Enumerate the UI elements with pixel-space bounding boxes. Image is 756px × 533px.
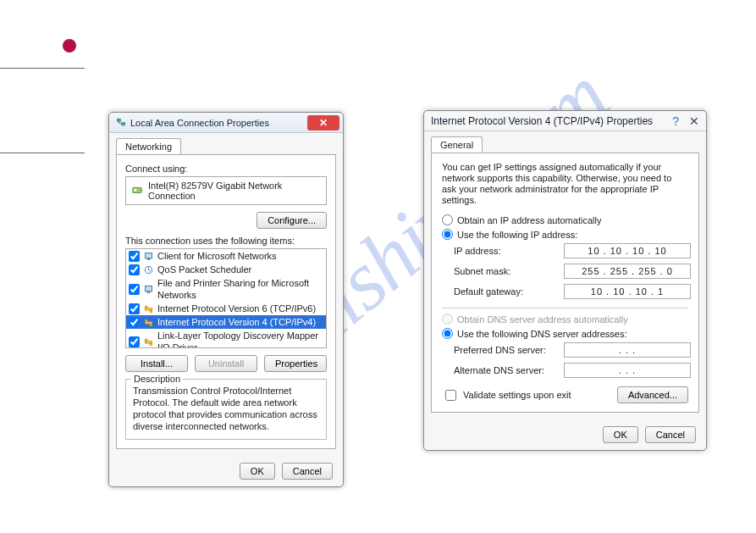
help-icon[interactable]: ?: [672, 114, 679, 128]
items-label: This connection uses the following items…: [125, 236, 327, 246]
adapter-icon: [131, 184, 143, 197]
network-icon: [116, 117, 126, 129]
radio-auto-dns-input: [442, 314, 453, 325]
tabs: Networking: [109, 133, 343, 154]
description-box: Description Transmission Control Protoco…: [125, 379, 327, 440]
radio-static-dns[interactable]: Use the following DNS server addresses:: [442, 328, 688, 339]
close-icon[interactable]: ✕: [689, 114, 699, 128]
client-icon: [143, 284, 154, 295]
cancel-button[interactable]: Cancel: [282, 463, 333, 480]
network-items-list[interactable]: Client for Microsoft NetworksQoS Packet …: [125, 248, 327, 348]
list-item[interactable]: Internet Protocol Version 4 (TCP/IPv4): [126, 315, 326, 329]
connect-using-label: Connect using:: [125, 164, 327, 174]
svg-rect-3: [135, 189, 137, 192]
window-title: Internet Protocol Version 4 (TCP/IPv4) P…: [431, 115, 653, 127]
svg-rect-2: [133, 187, 142, 192]
description-legend: Description: [131, 373, 183, 385]
default-gateway-label: Default gateway:: [454, 286, 564, 297]
item-checkbox[interactable]: [129, 303, 140, 314]
proto-icon: [143, 303, 154, 314]
install-button[interactable]: Install...: [125, 355, 188, 372]
connection-properties-dialog: Local Area Connection Properties ✕ Netwo…: [108, 112, 344, 487]
configure-button[interactable]: Configure...: [257, 212, 327, 229]
svg-rect-11: [150, 310, 152, 312]
titlebar: Internet Protocol Version 4 (TCP/IPv4) P…: [424, 111, 706, 131]
subnet-mask-field[interactable]: 255 . 255 . 255 . 0: [564, 264, 691, 279]
advanced-button[interactable]: Advanced...: [617, 386, 688, 403]
subnet-mask-label: Subnet mask:: [454, 266, 564, 276]
default-gateway-field[interactable]: 10 . 10 . 10 . 1: [564, 284, 691, 299]
tab-general[interactable]: General: [431, 136, 483, 153]
svg-rect-14: [150, 324, 152, 325]
item-label: Link-Layer Topology Discovery Mapper I/O…: [157, 330, 323, 348]
qos-icon: [143, 264, 154, 275]
adapter-name: Intel(R) 82579V Gigabit Network Connecti…: [148, 180, 321, 201]
ok-button[interactable]: OK: [603, 426, 638, 443]
list-item[interactable]: Link-Layer Topology Discovery Mapper I/O…: [126, 329, 326, 348]
tab-content: You can get IP settings assigned automat…: [431, 153, 699, 413]
svg-rect-7: [145, 286, 152, 291]
properties-button[interactable]: Properties: [264, 355, 327, 372]
item-label: Client for Microsoft Networks: [157, 250, 277, 262]
svg-rect-17: [150, 343, 152, 345]
alternate-dns-field[interactable]: . . .: [564, 363, 691, 378]
bullet-icon: [63, 39, 76, 53]
validate-checkbox-input[interactable]: [445, 390, 456, 401]
list-item[interactable]: Client for Microsoft Networks: [126, 249, 326, 263]
window-title: Local Area Connection Properties: [130, 118, 269, 128]
radio-auto-ip[interactable]: Obtain an IP address automatically: [442, 214, 688, 225]
item-checkbox[interactable]: [129, 251, 140, 262]
alternate-dns-label: Alternate DNS server:: [454, 365, 564, 375]
svg-rect-0: [118, 119, 121, 121]
radio-static-ip[interactable]: Use the following IP address:: [442, 229, 688, 240]
titlebar: Local Area Connection Properties ✕: [109, 113, 343, 133]
dialog-footer: OK Cancel: [109, 456, 343, 486]
intro-text: You can get IP settings assigned automat…: [442, 162, 688, 206]
svg-rect-16: [145, 339, 146, 341]
description-text: Transmission Control Protocol/Internet P…: [133, 386, 317, 431]
uninstall-button[interactable]: Uninstall: [195, 355, 257, 372]
item-checkbox[interactable]: [129, 336, 140, 347]
list-item[interactable]: File and Printer Sharing for Microsoft N…: [126, 276, 326, 302]
radio-auto-dns: Obtain DNS server address automatically: [442, 314, 688, 325]
divider: [442, 308, 688, 308]
ok-button[interactable]: OK: [240, 463, 275, 480]
divider: [0, 153, 85, 153]
item-label: File and Printer Sharing for Microsoft N…: [157, 277, 323, 301]
ip-address-label: IP address:: [454, 246, 564, 256]
dialog-footer: OK Cancel: [424, 419, 706, 450]
item-checkbox[interactable]: [129, 284, 140, 295]
item-checkbox[interactable]: [129, 264, 140, 275]
list-item[interactable]: Internet Protocol Version 6 (TCP/IPv6): [126, 302, 326, 315]
item-label: Internet Protocol Version 4 (TCP/IPv4): [157, 316, 316, 328]
preferred-dns-label: Preferred DNS server:: [454, 345, 564, 355]
item-checkbox[interactable]: [129, 317, 140, 328]
radio-static-dns-input[interactable]: [442, 328, 453, 339]
svg-rect-10: [145, 306, 146, 308]
divider: [0, 68, 85, 69]
validate-checkbox[interactable]: Validate settings upon exit: [442, 387, 571, 403]
svg-rect-8: [147, 291, 150, 292]
close-button[interactable]: ✕: [307, 115, 339, 130]
radio-auto-ip-input[interactable]: [442, 214, 453, 225]
preferred-dns-field[interactable]: . . .: [564, 342, 691, 358]
ipv4-properties-dialog: Internet Protocol Version 4 (TCP/IPv4) P…: [423, 110, 707, 451]
client-icon: [143, 251, 154, 262]
adapter-box[interactable]: Intel(R) 82579V Gigabit Network Connecti…: [125, 176, 327, 205]
item-label: Internet Protocol Version 6 (TCP/IPv6): [157, 303, 316, 314]
proto-icon: [143, 317, 154, 328]
item-label: QoS Packet Scheduler: [157, 264, 251, 275]
svg-rect-4: [145, 253, 152, 258]
svg-rect-1: [122, 122, 125, 125]
list-item[interactable]: QoS Packet Scheduler: [126, 263, 326, 276]
svg-rect-5: [147, 258, 150, 259]
tab-content: Connect using: Intel(R) 82579V Gigabit N…: [116, 154, 336, 449]
proto-icon: [143, 336, 154, 347]
ip-address-field[interactable]: 10 . 10 . 10 . 10: [564, 243, 691, 258]
cancel-button[interactable]: Cancel: [645, 426, 696, 443]
tab-networking[interactable]: Networking: [116, 138, 181, 154]
radio-static-ip-input[interactable]: [442, 229, 453, 240]
svg-rect-13: [145, 319, 146, 321]
tabs: General: [424, 131, 706, 153]
